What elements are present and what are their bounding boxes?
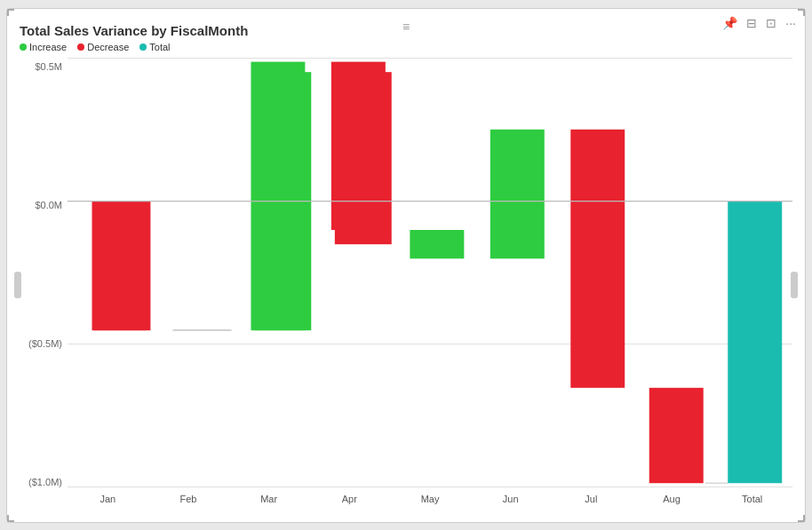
corner-tl <box>7 9 14 16</box>
legend-total-label: Total <box>149 42 170 52</box>
x-label-feb: Feb <box>148 488 229 513</box>
more-button[interactable]: ··· <box>785 16 796 30</box>
y-axis: $0.5M $0.0M ($0.5M) ($1.0M) <box>20 58 68 513</box>
x-label-mar: Mar <box>228 488 309 513</box>
legend-decrease: Decrease <box>77 42 129 52</box>
bar-may[interactable] <box>410 230 464 258</box>
bar-aug[interactable] <box>649 387 704 482</box>
x-label-jul: Jul <box>551 488 632 513</box>
chart-area: $0.5M $0.0M ($0.5M) ($1.0M) <box>20 58 792 513</box>
x-label-apr: Apr <box>309 488 390 513</box>
pin-button[interactable]: 📌 <box>722 16 737 30</box>
expand-button[interactable]: ⊡ <box>766 16 776 30</box>
bar-jul[interactable] <box>570 129 625 387</box>
bars-svg <box>68 58 792 488</box>
bar-total[interactable] <box>728 201 782 483</box>
y-label-n05: ($0.5M) <box>28 338 62 349</box>
decrease-dot <box>77 44 84 51</box>
total-dot <box>139 44 147 51</box>
filter-button[interactable]: ⊟ <box>746 16 757 30</box>
bar-jun[interactable] <box>490 129 545 257</box>
x-label-jan: Jan <box>68 488 148 513</box>
y-label-n10: ($1.0M) <box>28 477 62 487</box>
chart-card: ≡ 📌 ⊟ ⊡ ··· Total Sales Variance by Fisc… <box>6 8 806 523</box>
chart-body: Jan Feb Mar Apr May Jun Jul Aug Total <box>68 58 792 513</box>
x-label-may: May <box>390 488 471 513</box>
legend-decrease-label: Decrease <box>87 42 129 52</box>
y-label-05: $0.5M <box>35 61 62 72</box>
legend-increase: Increase <box>20 42 67 52</box>
legend-total: Total <box>139 42 170 52</box>
bar-mar-2[interactable] <box>251 61 305 330</box>
chart-legend: Increase Decrease Total <box>20 42 792 52</box>
x-axis: Jan Feb Mar Apr May Jun Jul Aug Total <box>68 488 792 513</box>
drag-handle[interactable]: ≡ <box>402 20 410 34</box>
y-label-00: $0.0M <box>35 200 62 210</box>
resize-handle-left[interactable] <box>14 272 21 298</box>
x-label-total: Total <box>712 488 792 513</box>
card-toolbar: 📌 ⊟ ⊡ ··· <box>722 16 796 30</box>
x-label-jun: Jun <box>470 488 551 513</box>
increase-dot <box>20 44 27 51</box>
legend-increase-label: Increase <box>29 42 67 52</box>
bar-jan-2[interactable] <box>92 201 147 329</box>
corner-bl <box>7 515 14 522</box>
corner-tr <box>798 9 805 16</box>
bar-apr-2[interactable] <box>331 61 386 229</box>
x-label-aug: Aug <box>632 488 712 513</box>
corner-br <box>798 515 805 522</box>
